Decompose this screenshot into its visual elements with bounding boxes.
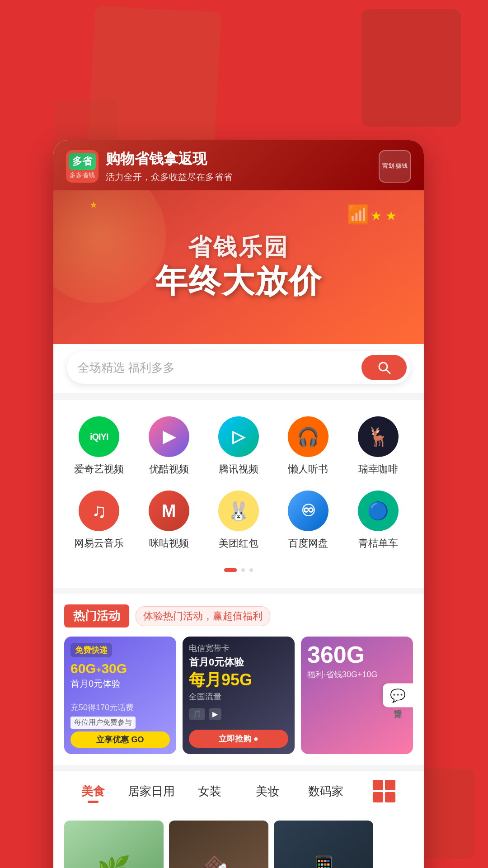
search-button[interactable]	[361, 355, 407, 380]
header-title-group: 购物省钱拿返现 活力全开，众多收益尽在多省省	[106, 149, 232, 183]
header-left: 多省 多多省钱 购物省钱拿返现 活力全开，众多收益尽在多省省	[66, 149, 232, 183]
activity-card-2[interactable]: 电信宽带卡 首月0元体验 每月95G 全国流量 🎵 ▶ 立即抢购 ●	[183, 637, 295, 754]
tab-digital[interactable]: 数码家	[297, 783, 355, 803]
dot-inactive-2	[249, 568, 253, 572]
luckin-icon: 🦌	[358, 416, 399, 457]
logo-sub: 多多省钱	[70, 171, 95, 179]
netease-label: 网易云音乐	[74, 537, 124, 550]
card1-notice: 每位用户免费参与	[70, 717, 136, 729]
card2-detail: 全国流量	[189, 691, 288, 702]
icon-youku[interactable]: ▶ 优酷视频	[140, 416, 198, 476]
banner-star-right: ★ ★	[371, 208, 397, 223]
iqiyi-label: 爱奇艺视频	[74, 462, 124, 476]
lanzhu-icon: 🎧	[288, 416, 328, 457]
bottom-tabs: 美食 居家日用 女装 美妆 数码家	[53, 770, 424, 813]
tabs-row: 美食 居家日用 女装 美妆 数码家	[64, 780, 413, 813]
card1-top: 免费快递	[70, 643, 112, 657]
app-logo: 多省 多多省钱	[66, 150, 99, 183]
icon-baidu[interactable]: ♾ 百度网盘	[279, 491, 338, 550]
section-header: 热门活动 体验热门活动，赢超值福利	[64, 604, 413, 627]
card3-sub: 福利·省钱30G+10G	[307, 669, 407, 680]
banner-line2: 年终大放价	[155, 259, 322, 303]
netease-icon: ♫	[79, 491, 119, 531]
search-icon	[377, 360, 391, 375]
header-right-badge[interactable]: 官划·赚钱	[379, 150, 411, 183]
header-title: 购物省钱拿返现	[106, 149, 232, 169]
lanzhu-label: 懒人听书	[288, 462, 328, 476]
app-card: 多省 多多省钱 购物省钱拿返现 活力全开，众多收益尽在多省省 官划·赚钱 ★ ★…	[53, 140, 424, 868]
card2-app1: 🎵	[189, 708, 205, 720]
youku-label: 优酷视频	[149, 462, 189, 476]
complaint-button[interactable]: 💬 官方投诉	[383, 684, 413, 708]
card2-data: 每月95G	[189, 669, 288, 691]
icon-iqiyi[interactable]: iQIYI 爱奇艺视频	[70, 416, 128, 476]
card2-app2: ▶	[209, 708, 221, 720]
card1-btn[interactable]: 立享优惠 GO	[70, 731, 170, 748]
tab-food-label: 美食	[81, 784, 105, 798]
activity-card-1[interactable]: 免费快递 60G+30G 首月0元体验 充50得170元话费 每位用户免费参与 …	[64, 637, 176, 754]
tab-more-grid-icon	[373, 780, 395, 802]
miaopai-icon: M	[149, 491, 189, 531]
section-title: 热门活动	[64, 604, 129, 627]
banner-wifi-icon: 📶	[347, 204, 370, 225]
search-placeholder-text: 全场精选 福利多多	[78, 360, 361, 376]
header-subtitle: 活力全开，众多收益尽在多省省	[106, 171, 232, 183]
icon-meituan[interactable]: 🐰 美团红包	[209, 491, 268, 550]
tab-food[interactable]: 美食	[64, 783, 122, 803]
icon-lanzhu[interactable]: 🎧 懒人听书	[279, 416, 338, 476]
card1-detail: 充50得170元话费	[70, 702, 170, 713]
bg-deco-4	[420, 769, 474, 859]
tab-fashion-label: 女装	[198, 784, 221, 798]
banner-star-left: ★	[89, 199, 98, 210]
qingju-label: 青桔单车	[358, 537, 398, 550]
product-thumb-1[interactable]: 🌿	[64, 821, 164, 868]
tab-fashion[interactable]: 女装	[180, 783, 239, 803]
complaint-icon: 💬	[390, 688, 406, 703]
main-banner: ★ ★ ★ 📶 省钱乐园 年终大放价	[53, 190, 424, 344]
tab-beauty[interactable]: 美妆	[239, 783, 297, 803]
icon-qingju[interactable]: 🔵 青桔单车	[349, 491, 408, 550]
bg-deco-2	[361, 9, 461, 127]
baidu-label: 百度网盘	[288, 537, 328, 550]
search-bar[interactable]: 全场精选 福利多多	[67, 351, 410, 384]
tab-home-label: 居家日用	[128, 784, 175, 798]
search-container: 全场精选 福利多多	[53, 344, 424, 393]
app-header: 多省 多多省钱 购物省钱拿返现 活力全开，众多收益尽在多省省 官划·赚钱	[53, 140, 424, 190]
tencent-label: 腾讯视频	[219, 462, 258, 476]
miaopai-label: 咪咕视频	[149, 537, 189, 550]
iqiyi-icon: iQIYI	[79, 416, 119, 457]
activity-cards: 免费快递 60G+30G 首月0元体验 充50得170元话费 每位用户免费参与 …	[64, 637, 413, 754]
logo-text: 多省	[69, 153, 96, 170]
icon-tencent[interactable]: ▷ 腾讯视频	[209, 416, 268, 476]
dot-active	[224, 568, 237, 572]
product-thumb-3[interactable]: 📱	[274, 821, 373, 868]
icons-section: iQIYI 爱奇艺视频 ▶ 优酷视频 ▷ 腾讯视频 🎧 懒人听书 🦌 瑞幸咖啡	[53, 400, 424, 588]
dots-indicator	[64, 565, 413, 581]
tab-home[interactable]: 居家日用	[122, 783, 181, 803]
icon-miaopai[interactable]: M 咪咕视频	[140, 491, 198, 550]
svg-line-1	[386, 370, 390, 373]
card1-sub: 首月0元体验	[70, 678, 170, 690]
product-preview: 🌿 🍫 📱	[53, 813, 424, 868]
youku-icon: ▶	[149, 416, 189, 457]
meituan-label: 美团红包	[219, 537, 258, 550]
card2-btn[interactable]: 立即抢购 ●	[189, 730, 288, 748]
icon-netease[interactable]: ♫ 网易云音乐	[70, 491, 128, 550]
dot-inactive-1	[241, 568, 245, 572]
baidu-icon: ♾	[288, 491, 328, 531]
meituan-icon: 🐰	[218, 491, 259, 531]
product-thumb-2[interactable]: 🍫	[169, 821, 268, 868]
luckin-label: 瑞幸咖啡	[358, 462, 398, 476]
icon-luckin[interactable]: 🦌 瑞幸咖啡	[349, 416, 408, 476]
card2-badge: 电信宽带卡	[189, 643, 288, 654]
icons-row-1: iQIYI 爱奇艺视频 ▶ 优酷视频 ▷ 腾讯视频 🎧 懒人听书 🦌 瑞幸咖啡	[64, 416, 413, 476]
header-badge-text: 官划·赚钱	[382, 162, 408, 170]
tencent-icon: ▷	[218, 416, 259, 457]
qingju-icon: 🔵	[358, 491, 399, 531]
card2-sub: 首月0元体验	[189, 656, 288, 669]
tab-more[interactable]	[355, 780, 413, 806]
activities-section: 热门活动 体验热门活动，赢超值福利 免费快递 60G+30G 首月0元体验 充5…	[53, 594, 424, 765]
tab-digital-label: 数码家	[308, 784, 343, 798]
banner-line1: 省钱乐园	[188, 231, 289, 263]
card1-data: 60G+30G	[70, 661, 170, 676]
